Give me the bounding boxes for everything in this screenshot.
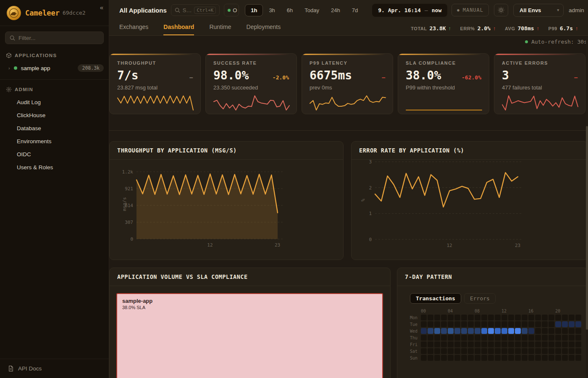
heatmap-cell[interactable] xyxy=(475,328,480,334)
heatmap-cell[interactable] xyxy=(475,315,480,320)
heatmap-cell[interactable] xyxy=(569,315,575,320)
heatmap-cell[interactable] xyxy=(495,315,501,320)
time-range-1h[interactable]: 1h xyxy=(245,4,263,16)
heatmap-cell[interactable] xyxy=(569,335,575,341)
heatmap-cell[interactable] xyxy=(528,335,534,341)
heatmap-cell[interactable] xyxy=(569,355,575,361)
kpi-card-throughput[interactable]: THROUGHPUT7/s–23.827 msg total xyxy=(109,53,201,114)
heatmap-cell[interactable] xyxy=(481,341,487,347)
heatmap-cell[interactable] xyxy=(508,348,514,354)
heatmap-cell[interactable] xyxy=(555,348,561,354)
sidebar-item-database[interactable]: Database xyxy=(0,122,109,135)
heatmap-cell[interactable] xyxy=(488,335,494,341)
heatmap-cell[interactable] xyxy=(528,328,534,334)
heatmap-cell[interactable] xyxy=(562,341,568,347)
heatmap-cell[interactable] xyxy=(495,355,501,361)
heatmap-cell[interactable] xyxy=(522,321,528,327)
heatmap-toggle-errors[interactable]: Errors xyxy=(464,293,496,304)
heatmap-cell[interactable] xyxy=(448,328,454,334)
time-range-3h[interactable]: 3h xyxy=(263,4,281,16)
heatmap-cell[interactable] xyxy=(421,335,427,341)
heatmap-cell[interactable] xyxy=(515,341,521,347)
heatmap-cell[interactable] xyxy=(569,328,575,334)
filter-input[interactable]: Filter... xyxy=(5,32,104,44)
heatmap-cell[interactable] xyxy=(501,355,507,361)
heatmap-cell[interactable] xyxy=(475,348,480,354)
tab-deployments[interactable]: Deployments xyxy=(247,24,281,35)
heatmap-cell[interactable] xyxy=(468,341,474,347)
heatmap-cell[interactable] xyxy=(508,355,514,361)
heatmap-cell[interactable] xyxy=(575,348,581,354)
heatmap-cell[interactable] xyxy=(555,321,561,327)
heatmap-cell[interactable] xyxy=(434,315,440,320)
heatmap-cell[interactable] xyxy=(481,355,487,361)
heatmap-cell[interactable] xyxy=(495,328,501,334)
heatmap-cell[interactable] xyxy=(461,341,467,347)
sidebar-item-oidc[interactable]: OIDC xyxy=(0,148,109,161)
heatmap-cell[interactable] xyxy=(441,341,447,347)
heatmap-cell[interactable] xyxy=(428,328,433,334)
heatmap-cell[interactable] xyxy=(434,341,440,347)
heatmap-cell[interactable] xyxy=(542,321,548,327)
heatmap-cell[interactable] xyxy=(501,315,507,320)
heatmap-cell[interactable] xyxy=(448,315,454,320)
heatmap-cell[interactable] xyxy=(441,355,447,361)
heatmap-toggle-transactions[interactable]: Transactions xyxy=(410,293,461,304)
heatmap-cell[interactable] xyxy=(488,348,494,354)
theme-toggle-button[interactable] xyxy=(494,4,508,16)
heatmap-cell[interactable] xyxy=(515,348,521,354)
heatmap-cell[interactable] xyxy=(515,321,521,327)
heatmap-cell[interactable] xyxy=(555,341,561,347)
heatmap-cell[interactable] xyxy=(522,315,528,320)
heatmap-cell[interactable] xyxy=(421,321,427,327)
heatmap-cell[interactable] xyxy=(461,328,467,334)
heatmap-cell[interactable] xyxy=(549,321,554,327)
heatmap-cell[interactable] xyxy=(468,355,474,361)
heatmap-cell[interactable] xyxy=(441,328,447,334)
kpi-card-success-rate[interactable]: SUCCESS RATE98.0%-2.0%23.350 succeeded xyxy=(205,53,297,114)
heatmap-cell[interactable] xyxy=(542,341,548,347)
heatmap-cell[interactable] xyxy=(481,335,487,341)
heatmap-cell[interactable] xyxy=(454,341,460,347)
heatmap-cell[interactable] xyxy=(542,328,548,334)
heatmap-cell[interactable] xyxy=(542,335,548,341)
heatmap-cell[interactable] xyxy=(522,335,528,341)
heatmap-cell[interactable] xyxy=(508,341,514,347)
heatmap-cell[interactable] xyxy=(441,348,447,354)
heatmap-cell[interactable] xyxy=(454,348,460,354)
heatmap-cell[interactable] xyxy=(542,348,548,354)
heatmap-cell[interactable] xyxy=(421,328,427,334)
heatmap-cell[interactable] xyxy=(428,348,433,354)
heatmap-cell[interactable] xyxy=(522,328,528,334)
heatmap-cell[interactable] xyxy=(461,348,467,354)
heatmap-cell[interactable] xyxy=(428,321,433,327)
heatmap-cell[interactable] xyxy=(441,321,447,327)
heatmap-cell[interactable] xyxy=(468,328,474,334)
heatmap-cell[interactable] xyxy=(454,335,460,341)
heatmap-cell[interactable] xyxy=(488,341,494,347)
heatmap-cell[interactable] xyxy=(562,328,568,334)
time-range-today[interactable]: Today xyxy=(299,4,325,16)
treemap-cell[interactable]: sample-app 38.0% SLA xyxy=(116,293,383,378)
tab-runtime[interactable]: Runtime xyxy=(209,24,231,35)
heatmap-cell[interactable] xyxy=(421,348,427,354)
heatmap-cell[interactable] xyxy=(549,328,554,334)
heatmap-cell[interactable] xyxy=(441,315,447,320)
tab-exchanges[interactable]: Exchanges xyxy=(119,24,148,35)
collapse-sidebar-button[interactable]: « xyxy=(100,4,103,11)
heatmap-cell[interactable] xyxy=(495,341,501,347)
heatmap-cell[interactable] xyxy=(448,355,454,361)
heatmap-cell[interactable] xyxy=(522,341,528,347)
scrollbar-thumb[interactable] xyxy=(586,126,588,330)
heatmap-cell[interactable] xyxy=(508,315,514,320)
heatmap-cell[interactable] xyxy=(515,355,521,361)
kpi-card-active-errors[interactable]: ACTIVE ERRORS3–477 failures total xyxy=(494,53,585,114)
heatmap-cell[interactable] xyxy=(434,355,440,361)
api-docs-link[interactable]: API Docs xyxy=(0,359,109,378)
time-range-7d[interactable]: 7d xyxy=(346,4,364,16)
heatmap-cell[interactable] xyxy=(575,335,581,341)
env-select[interactable]: All Envs ▾ xyxy=(513,4,564,17)
heatmap-cell[interactable] xyxy=(535,328,541,334)
heatmap-cell[interactable] xyxy=(434,328,440,334)
heatmap-cell[interactable] xyxy=(475,341,480,347)
